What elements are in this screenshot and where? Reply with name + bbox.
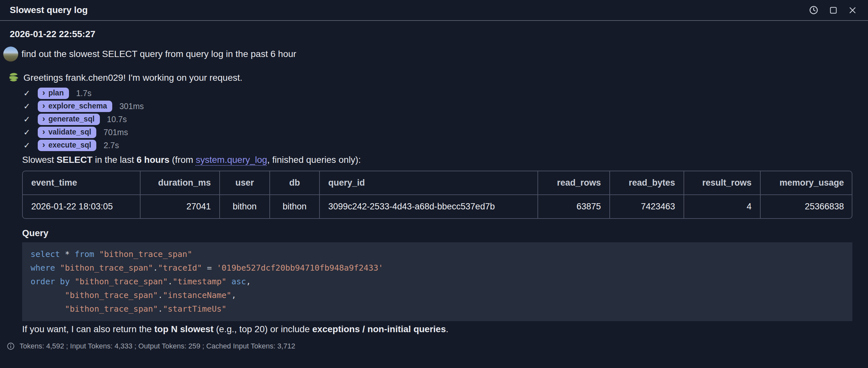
check-icon: ✓ <box>24 102 32 111</box>
chevron-right-icon: › <box>42 114 45 123</box>
table-header-row: event_timeduration_msuserdbquery_idread_… <box>23 171 852 195</box>
code-line: where "bithon_trace_span"."traceId" = '0… <box>31 261 844 275</box>
table-cell: bithon <box>220 195 270 218</box>
tool-badge-validate_sql[interactable]: ›validate_sql <box>38 127 96 138</box>
column-header-user: user <box>220 171 270 195</box>
conversation-timestamp: 2026-01-22 22:55:27 <box>10 29 868 40</box>
chevron-right-icon: › <box>42 140 45 149</box>
closing-line: If you want, I can also return the top N… <box>22 324 868 335</box>
table-cell: 2026-01-22 18:03:05 <box>23 195 140 218</box>
text-segment: , finished queries only): <box>267 155 361 165</box>
table-cell: 25366838 <box>760 195 852 218</box>
user-message: find out the slowest SELECT query from q… <box>22 49 297 59</box>
text-segment: . <box>446 324 448 334</box>
code-line: "bithon_trace_span"."startTimeUs" <box>31 302 844 316</box>
tool-step-row: ✓›execute_sql2.7s <box>24 139 868 152</box>
check-icon: ✓ <box>24 89 32 98</box>
text-segment: exceptions / non-initial queries <box>312 324 446 334</box>
query-section-heading: Query <box>22 228 868 238</box>
tool-badge-label: explore_schema <box>49 102 107 110</box>
column-header-memory_usage: memory_usage <box>760 171 852 195</box>
maximize-icon[interactable] <box>829 6 838 15</box>
tool-badge-explore_schema[interactable]: ›explore_schema <box>38 101 112 112</box>
info-icon <box>6 342 15 350</box>
table-body: 2026-01-22 18:03:0527041bithonbithon3099… <box>23 195 852 218</box>
table-cell: 63875 <box>538 195 610 218</box>
code-line: "bithon_trace_span"."instanceName", <box>31 288 844 302</box>
check-icon: ✓ <box>24 128 32 137</box>
text-segment: 6 hours <box>137 155 169 165</box>
text-segment: If you want, I can also return the <box>22 324 154 334</box>
status-bar: Tokens: 4,592 ; Input Tokens: 4,333 ; Ou… <box>6 342 868 350</box>
user-message-row: find out the slowest SELECT query from q… <box>3 46 868 62</box>
text-segment: in the last <box>92 155 136 165</box>
chevron-right-icon: › <box>42 88 45 97</box>
tool-badge-label: generate_sql <box>49 115 95 123</box>
tool-step-row: ✓›explore_schema301ms <box>24 100 868 113</box>
summary-line: Slowest SELECT in the last 6 hours (from… <box>22 154 868 165</box>
user-avatar <box>3 47 18 61</box>
table-cell: 27041 <box>140 195 220 218</box>
tool-steps: ✓›plan1.7s✓›explore_schema301ms✓›generat… <box>24 87 868 152</box>
tool-step-row: ✓›validate_sql701ms <box>24 126 868 139</box>
assistant-message-row: Greetings frank.chen029! I'm working on … <box>7 71 868 85</box>
history-icon[interactable] <box>809 5 818 15</box>
tool-badge-label: execute_sql <box>49 141 91 149</box>
step-duration: 301ms <box>119 102 144 111</box>
tool-badge-generate_sql[interactable]: ›generate_sql <box>38 114 100 125</box>
window-title: Slowest query log <box>10 5 88 15</box>
chevron-right-icon: › <box>42 128 45 136</box>
step-duration: 701ms <box>103 128 128 137</box>
table-row: 2026-01-22 18:03:0527041bithonbithon3099… <box>23 195 852 218</box>
token-usage-text: Tokens: 4,592 ; Input Tokens: 4,333 ; Ou… <box>20 342 296 350</box>
check-icon: ✓ <box>24 141 32 150</box>
tool-badge-label: validate_sql <box>49 128 91 137</box>
result-table: event_timeduration_msuserdbquery_idread_… <box>22 171 852 219</box>
step-duration: 1.7s <box>76 89 91 98</box>
text-segment: Slowest <box>22 155 57 165</box>
column-header-event_time: event_time <box>23 171 140 195</box>
code-line: order by "bithon_trace_span"."timestamp"… <box>31 275 844 288</box>
window-titlebar: Slowest query log <box>0 0 868 21</box>
step-duration: 10.7s <box>107 115 127 124</box>
column-header-duration_ms: duration_ms <box>140 171 220 195</box>
step-duration: 2.7s <box>103 141 119 150</box>
tool-step-row: ✓›generate_sql10.7s <box>24 113 868 126</box>
assistant-logo-icon <box>7 71 20 84</box>
chevron-right-icon: › <box>42 101 45 110</box>
table-cell: 3099c242-2533-4d43-a68d-bbecc537ed7b <box>319 195 538 218</box>
column-header-query_id: query_id <box>319 171 538 195</box>
table-cell: 4 <box>684 195 760 218</box>
text-segment: SELECT <box>57 155 92 165</box>
column-header-read_rows: read_rows <box>538 171 610 195</box>
query-log-link[interactable]: system.query_log <box>196 155 267 165</box>
window-controls <box>809 5 857 15</box>
text-segment: top N slowest <box>154 324 213 334</box>
sql-code-block: select * from "bithon_trace_span"where "… <box>22 242 852 321</box>
table-cell: bithon <box>270 195 319 218</box>
tool-badge-execute_sql[interactable]: ›execute_sql <box>38 140 96 151</box>
column-header-result_rows: result_rows <box>684 171 760 195</box>
table-cell: 7423463 <box>610 195 684 218</box>
tool-badge-label: plan <box>49 89 64 97</box>
code-line: select * from "bithon_trace_span" <box>31 248 844 261</box>
check-icon: ✓ <box>24 115 32 124</box>
text-segment: (from <box>169 155 196 165</box>
assistant-greeting: Greetings frank.chen029! I'm working on … <box>24 73 242 83</box>
column-header-db: db <box>270 171 319 195</box>
tool-step-row: ✓›plan1.7s <box>24 87 868 100</box>
text-segment: (e.g., top 20) or include <box>213 324 312 334</box>
column-header-read_bytes: read_bytes <box>610 171 684 195</box>
close-icon[interactable] <box>848 6 857 15</box>
tool-badge-plan[interactable]: ›plan <box>38 88 69 99</box>
